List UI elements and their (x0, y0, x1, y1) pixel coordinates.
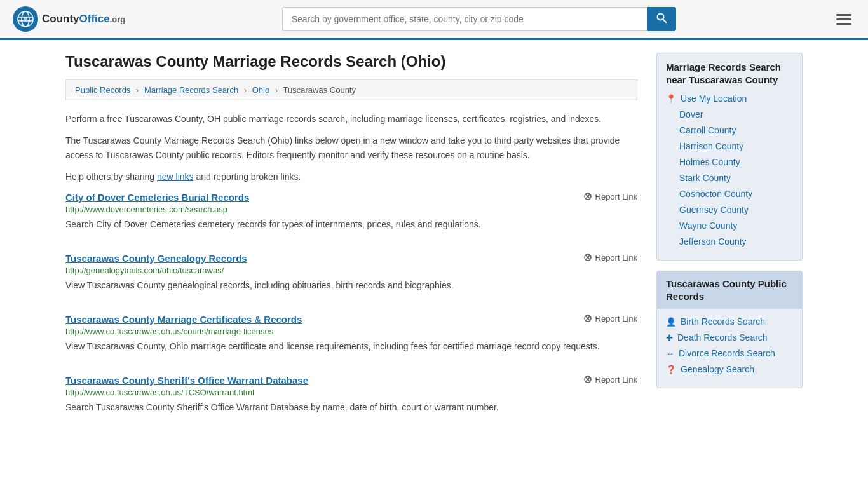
public-records-icon-0: 👤 (666, 317, 676, 327)
nearby-section-title: Marriage Records Search near Tuscarawas … (666, 61, 793, 86)
public-records-link-3[interactable]: ❓Genealogy Search (666, 364, 793, 374)
report-link-0[interactable]: Report Link (583, 192, 637, 201)
result-title-1[interactable]: Tuscarawas County Genealogy Records (65, 253, 247, 264)
logo-text: CountyOffice.org (42, 13, 125, 25)
result-desc-3: Search Tuscarawas County Sheriff's Offic… (65, 401, 637, 414)
result-url-2: http://www.co.tuscarawas.oh.us/courts/ma… (65, 327, 637, 336)
nearby-link-8[interactable]: Wayne County (666, 220, 793, 231)
hamburger-menu[interactable] (832, 14, 855, 25)
result-title-3[interactable]: Tuscarawas County Sheriff's Office Warra… (65, 375, 308, 386)
result-item-3: Tuscarawas County Sheriff's Office Warra… (65, 375, 637, 421)
page-title: Tuscarawas County Marriage Records Searc… (65, 53, 637, 71)
location-icon: 📍 (666, 94, 676, 104)
logo-icon (13, 6, 38, 32)
public-records-title: Tuscarawas County Public Records (657, 271, 802, 309)
result-desc-1: View Tuscarawas County genealogical reco… (65, 279, 637, 292)
nearby-link-2[interactable]: Carroll County (666, 125, 793, 135)
public-records-link-0[interactable]: 👤Birth Records Search (666, 316, 793, 327)
nearby-link-6[interactable]: Coshocton County (666, 189, 793, 199)
result-url-0: http://www.dovercemeteries.com/search.as… (65, 205, 637, 214)
breadcrumb-ohio[interactable]: Ohio (252, 85, 269, 95)
result-desc-0: Search City of Dover Cemeteries cemetery… (65, 218, 637, 231)
report-link-3[interactable]: Report Link (583, 375, 637, 384)
search-button[interactable] (647, 7, 676, 31)
search-bar (282, 7, 676, 31)
result-item-0: City of Dover Cemeteries Burial Records … (65, 192, 637, 238)
breadcrumb-public-records[interactable]: Public Records (75, 85, 130, 95)
public-records-icon-3: ❓ (666, 365, 676, 374)
svg-line-6 (663, 20, 666, 23)
nearby-link-9[interactable]: Jefferson County (666, 236, 793, 247)
result-item-2: Tuscarawas County Marriage Certificates … (65, 314, 637, 360)
public-records-section: Tuscarawas County Public Records 👤Birth … (656, 271, 803, 388)
svg-point-4 (24, 17, 27, 21)
public-records-icon-1: ✚ (666, 333, 673, 342)
nearby-link-3[interactable]: Harrison County (666, 141, 793, 151)
public-records-link-2[interactable]: ↔Divorce Records Search (666, 348, 793, 358)
breadcrumb: Public Records › Marriage Records Search… (65, 79, 637, 100)
search-input[interactable] (282, 7, 647, 31)
public-records-links: 👤Birth Records Search✚Death Records Sear… (666, 316, 793, 374)
breadcrumb-marriage-records[interactable]: Marriage Records Search (144, 85, 238, 95)
description-3: Help others by sharing new links and rep… (65, 170, 637, 184)
nearby-link-0[interactable]: 📍Use My Location (666, 93, 793, 104)
sidebar: Marriage Records Search near Tuscarawas … (656, 53, 803, 436)
logo-area: CountyOffice.org (13, 6, 125, 32)
new-links-link[interactable]: new links (157, 172, 194, 182)
public-records-link-1[interactable]: ✚Death Records Search (666, 332, 793, 342)
nearby-link-7[interactable]: Guernsey County (666, 205, 793, 215)
result-url-3: http://www.co.tuscarawas.oh.us/TCSO/warr… (65, 388, 637, 397)
description-2: The Tuscarawas County Marriage Records S… (65, 133, 637, 162)
result-url-1: http://genealogytrails.com/ohio/tuscaraw… (65, 266, 637, 275)
result-title-0[interactable]: City of Dover Cemeteries Burial Records (65, 192, 249, 203)
nearby-link-1[interactable]: Dover (666, 109, 793, 119)
site-header: CountyOffice.org (0, 0, 868, 40)
result-title-2[interactable]: Tuscarawas County Marriage Certificates … (65, 314, 302, 325)
nearby-link-5[interactable]: Stark County (666, 173, 793, 183)
report-link-1[interactable]: Report Link (583, 253, 637, 262)
report-link-2[interactable]: Report Link (583, 314, 637, 323)
content-area: Tuscarawas County Marriage Records Searc… (65, 53, 637, 436)
nearby-link-4[interactable]: Holmes County (666, 157, 793, 167)
result-item-1: Tuscarawas County Genealogy Records Repo… (65, 253, 637, 299)
public-records-icon-2: ↔ (666, 349, 674, 358)
breadcrumb-county: Tuscarawas County (283, 85, 356, 95)
nearby-links: 📍Use My LocationDoverCarroll CountyHarri… (666, 93, 793, 247)
results-list: City of Dover Cemeteries Burial Records … (65, 192, 637, 421)
nearby-section: Marriage Records Search near Tuscarawas … (656, 53, 803, 261)
description-1: Perform a free Tuscarawas County, OH pub… (65, 112, 637, 126)
result-desc-2: View Tuscarawas County, Ohio marriage ce… (65, 340, 637, 353)
